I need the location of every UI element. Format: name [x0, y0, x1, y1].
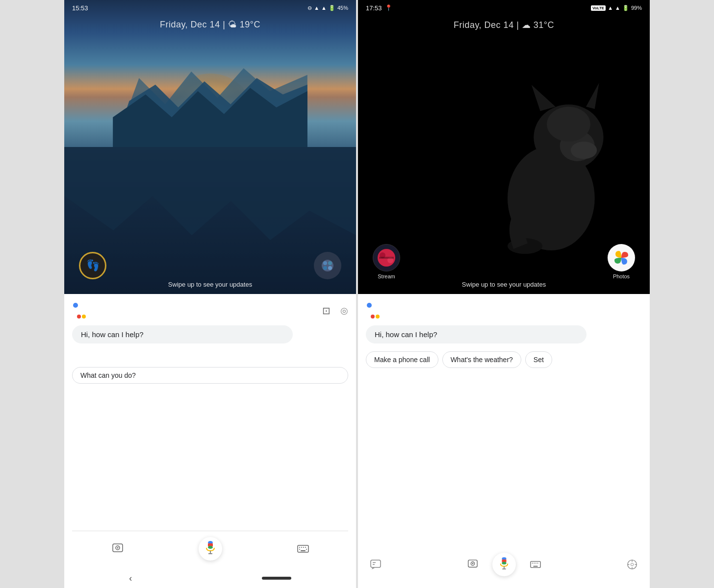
- right-assistant-panel: Hi, how can I help? Make a phone call Wh…: [358, 294, 650, 588]
- right-mic-button[interactable]: [492, 553, 516, 576]
- right-dot-yellow: [376, 315, 380, 318]
- left-header-icons: ⊡ ◎: [322, 305, 348, 317]
- svg-rect-49: [502, 562, 506, 565]
- lens-icon: [112, 543, 124, 555]
- location-icon: 📍: [385, 4, 392, 11]
- svg-marker-28: [532, 85, 556, 111]
- svg-point-32: [571, 142, 597, 159]
- left-lens-button[interactable]: [108, 539, 128, 559]
- svg-point-8: [323, 266, 327, 270]
- cat-silhouette-svg: [473, 59, 620, 255]
- right-suggestion-chips: Make a phone call What's the weather? Se…: [366, 351, 642, 368]
- dot-blue: [73, 303, 78, 308]
- footprints-icon: 👣: [79, 252, 106, 279]
- apps-grid-icon: [314, 252, 341, 279]
- svg-point-59: [631, 563, 634, 566]
- right-toolbar-row: [366, 545, 642, 584]
- svg-rect-15: [208, 546, 213, 549]
- battery-icon: 🔋: [329, 5, 335, 11]
- apps-grid[interactable]: [314, 252, 341, 279]
- wifi-icon: ▲: [314, 5, 319, 11]
- home-pill[interactable]: [262, 577, 291, 580]
- do-not-disturb-icon: ⊖: [307, 5, 312, 11]
- left-greeting-bubble: Hi, how can I help?: [72, 325, 293, 343]
- left-mic-button[interactable]: [199, 537, 222, 561]
- svg-point-9: [328, 266, 332, 270]
- left-suggestions: What can you do?: [72, 367, 348, 384]
- weather-chip[interactable]: What's the weather?: [442, 351, 521, 368]
- svg-point-35: [547, 107, 590, 142]
- left-suggestion-chip[interactable]: What can you do?: [72, 367, 348, 384]
- right-wifi-icon: ▲: [608, 5, 613, 11]
- right-compass-icon: [627, 559, 638, 570]
- right-center-toolbar: [453, 549, 555, 580]
- volte-badge: VoLTE: [591, 5, 606, 11]
- grid-svg: [321, 259, 334, 272]
- right-mic-icon: [499, 557, 510, 572]
- right-lens-button[interactable]: [463, 555, 483, 574]
- chat-icon: [370, 559, 382, 570]
- stream-app[interactable]: Stream: [373, 244, 400, 279]
- right-swipe-text: Swipe up to see your updates: [358, 281, 650, 288]
- snapshot-icon[interactable]: ⊡: [322, 305, 331, 317]
- dot-yellow: [82, 315, 86, 318]
- right-status-left: 17:53 📍: [366, 4, 392, 12]
- left-nav-bar: ‹: [64, 568, 356, 588]
- signal-icon: ▲: [321, 5, 327, 11]
- svg-point-12: [117, 547, 118, 549]
- right-phone: 17:53 📍 VoLTE ▲ ▲ 🔋 99% Friday, Dec 14 |…: [358, 0, 650, 588]
- back-button[interactable]: ‹: [129, 573, 132, 584]
- photos-icon: [608, 244, 635, 271]
- photos-label: Photos: [613, 273, 630, 279]
- stream-svg: [377, 248, 396, 268]
- right-wallpaper: 17:53 📍 VoLTE ▲ ▲ 🔋 99% Friday, Dec 14 |…: [358, 0, 650, 294]
- make-phone-call-chip[interactable]: Make a phone call: [366, 351, 438, 368]
- left-wallpaper: 15:53 ⊖ ▲ ▲ 🔋 45% Friday, Dec 14 | 🌤 19°…: [64, 0, 356, 294]
- right-battery-percent: 99%: [631, 5, 642, 11]
- photos-svg: [612, 249, 630, 267]
- dot-red: [77, 315, 81, 318]
- right-keyboard-icon: [530, 559, 541, 570]
- right-chat-icon[interactable]: [366, 555, 385, 574]
- set-chip[interactable]: Set: [525, 351, 552, 368]
- mountain-svg: [64, 52, 356, 150]
- mic-icon: [204, 541, 216, 557]
- left-assistant-header: ⊡ ◎: [72, 298, 348, 321]
- right-google-logo: [366, 302, 383, 319]
- right-greeting-bubble: Hi, how can I help?: [366, 325, 586, 343]
- photos-app[interactable]: Photos: [608, 244, 635, 279]
- right-time: 17:53: [366, 4, 382, 12]
- left-time: 15:53: [72, 4, 88, 12]
- battery-percent: 45%: [337, 5, 348, 11]
- svg-point-6: [323, 261, 327, 265]
- left-wallpaper-icons: 👣: [64, 252, 356, 279]
- right-battery-icon: 🔋: [622, 5, 629, 11]
- left-status-icons: ⊖ ▲ ▲ 🔋 45%: [307, 5, 348, 11]
- right-dot-blue: [367, 303, 372, 308]
- svg-point-7: [328, 261, 332, 265]
- svg-point-5: [322, 260, 333, 271]
- left-keyboard-button[interactable]: [293, 539, 313, 559]
- svg-rect-41: [371, 560, 381, 567]
- right-bottom-area: [366, 545, 642, 588]
- right-lens-icon: [467, 559, 478, 570]
- svg-rect-40: [379, 257, 394, 259]
- left-phone: 15:53 ⊖ ▲ ▲ 🔋 45% Friday, Dec 14 | 🌤 19°…: [64, 0, 356, 588]
- right-keyboard-button[interactable]: [526, 555, 545, 574]
- stream-label: Stream: [378, 273, 395, 279]
- compass-icon[interactable]: ◎: [340, 305, 348, 316]
- left-status-bar: 15:53 ⊖ ▲ ▲ 🔋 45%: [64, 0, 356, 14]
- right-status-bar: 17:53 📍 VoLTE ▲ ▲ 🔋 99%: [358, 0, 650, 14]
- right-assistant-header: [366, 298, 642, 321]
- right-signal-icon: ▲: [615, 5, 620, 11]
- left-bottom-toolbar: [72, 531, 348, 568]
- footprints-app[interactable]: 👣: [79, 252, 106, 279]
- left-swipe-text: Swipe up to see your updates: [64, 281, 356, 288]
- stream-icon: [373, 244, 400, 271]
- left-assistant-panel: ⊡ ◎ Hi, how can I help? What can you do?: [64, 294, 356, 568]
- svg-point-46: [472, 563, 473, 564]
- right-date-weather: Friday, Dec 14 | ☁ 31°C: [358, 20, 650, 30]
- right-status-icons: VoLTE ▲ ▲ 🔋 99%: [591, 5, 642, 11]
- left-date-weather: Friday, Dec 14 | 🌤 19°C: [64, 20, 356, 30]
- right-compass-button[interactable]: [622, 555, 642, 574]
